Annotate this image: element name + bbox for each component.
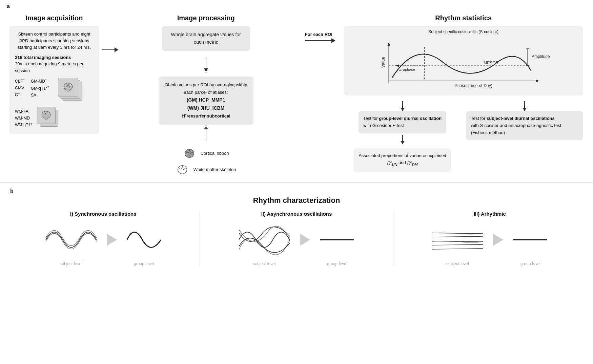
variance-r2-dm: R2DM	[407, 160, 417, 166]
metric-ct: CT	[15, 92, 25, 98]
cosinor-plot-area: Subject-specific cosinor fits (S-cosinor…	[344, 26, 583, 95]
metric-gmv: GMV	[15, 85, 25, 91]
roi-bold2: (WM) JHU_ICBM	[187, 105, 225, 111]
async-labels: subject-level group-level	[236, 261, 357, 266]
sync-title: I) Synchronous oscillations	[70, 211, 137, 217]
wm-metrics-row: WM-FA WM-MD WM-qT1*	[15, 107, 94, 129]
async-subject-label: subject-level	[236, 261, 293, 266]
async-arrow-spacer	[300, 261, 310, 266]
sync-diagram	[42, 223, 164, 257]
brain-card-1	[58, 78, 78, 97]
gm-metrics-col2: GM-MD† GM-qT1*† SA	[31, 78, 49, 102]
sync-group-svg	[124, 223, 164, 257]
divider-1	[200, 211, 200, 266]
proc-up-arrow	[204, 126, 208, 140]
wm-brain-stack	[37, 107, 61, 129]
variance-v-line	[402, 135, 403, 141]
sessions-detail: 30min each acquiring 9 metrics per sessi…	[15, 61, 94, 74]
cortical-section: Cortical ribbon White matter skeleton	[176, 147, 236, 176]
metric-sa: SA	[31, 92, 49, 98]
arrhythmic-group-svg	[510, 223, 551, 257]
group-down-arrow	[401, 101, 405, 111]
group-box-line2: with G-cosinor F-test	[363, 123, 404, 128]
v-arrow-line1	[206, 58, 206, 68]
subject-box-line2: with S-cosinor and an acrophase-agnostic…	[471, 123, 561, 135]
async-group-svg	[317, 223, 357, 257]
wm-metrics-col: WM-FA WM-MD WM-qT1*	[15, 108, 32, 128]
metrics-underline: 9 metrics	[58, 61, 76, 66]
subject-rhythm-box: Test for subject-level diurnal oscillati…	[466, 111, 583, 140]
x-axis-label: Phase (Time-of-Day)	[455, 83, 492, 88]
for-roi-arrowhead	[331, 38, 335, 43]
svg-line-9	[432, 249, 483, 249]
proc-down-arrow1	[204, 58, 208, 72]
variance-box: Associated proportions of variance expla…	[354, 148, 451, 172]
arrhythmic-group-label: group-level	[510, 261, 551, 266]
acq-to-proc-arrow-container	[102, 12, 115, 50]
y-axis-arrow	[388, 42, 390, 46]
rhythm-sections: I) Synchronous oscillations subje	[10, 211, 583, 266]
subject-box-line1: Test for	[471, 116, 486, 121]
sync-subject-svg	[42, 223, 100, 257]
wm-brain-card-1	[37, 107, 56, 124]
for-each-roi-text: For each ROI	[305, 32, 332, 37]
amplitude-label: Amplitude	[532, 54, 550, 59]
metric-gmmd: GM-MD†	[31, 78, 49, 84]
arrhythmic-arrow	[493, 234, 503, 246]
mesor-label: MESOR	[484, 61, 499, 65]
wm-skeleton-label: White matter skeleton	[193, 167, 236, 172]
group-level-col: Test for group-level diurnal oscillation…	[344, 101, 461, 172]
col-acquisition: Image acquisition Sixteen control partic…	[7, 12, 102, 136]
subject-down-arrow	[523, 101, 527, 111]
subject-v-line	[524, 101, 525, 108]
svg-line-8	[432, 244, 483, 245]
rhythm-split: Test for group-level diurnal oscillation…	[344, 101, 583, 172]
sessions-bold: 216 total imaging sessions	[15, 54, 94, 61]
variance-v-head	[401, 141, 405, 144]
acrophase-arrowhead	[396, 64, 399, 67]
group-box-line1: Test for	[363, 116, 378, 121]
panel-b-header: Rhythm characterization	[10, 196, 583, 205]
async-group-label: group-level	[317, 261, 357, 266]
gm-brain-stack	[58, 78, 82, 102]
sync-group-label: group-level	[124, 261, 164, 266]
cortical-brain-icon	[183, 147, 196, 160]
for-roi-line	[305, 40, 332, 41]
processing-center: Whole brain aggregate values for each me…	[121, 26, 291, 176]
up-arrow-head	[204, 126, 208, 129]
gm-metrics-row: CBF† GMV CT GM-MD† GM-qT1*† SA	[15, 78, 94, 102]
variance-and: and	[398, 160, 406, 166]
variance-r2-un: R2UN	[387, 160, 397, 166]
metric-wmmd: WM-MD	[15, 115, 32, 121]
sync-subject-label: subject-level	[42, 261, 100, 266]
divider-2	[393, 211, 393, 266]
acquisition-box: Sixteen control participants and eight B…	[9, 26, 99, 134]
acq-to-proc-arrowhead	[115, 47, 119, 52]
sync-arrow-spacer	[107, 261, 117, 266]
wm-brain-icon	[176, 163, 189, 176]
async-subject-svg	[236, 223, 293, 257]
panel-b: b Rhythm characterization I) Synchronous…	[0, 183, 593, 273]
arrhythmic-section: III) Arhythmic	[397, 211, 583, 266]
for-each-roi-col: For each ROI	[296, 12, 341, 41]
whole-brain-text: Whole brain aggregate values for each me…	[171, 32, 241, 45]
roi-text-line1: Obtain values per ROI by averaging withi…	[165, 82, 247, 95]
whole-brain-box: Whole brain aggregate values for each me…	[162, 26, 250, 51]
wm-skeleton-row: White matter skeleton	[176, 163, 236, 176]
y-axis-label: Value	[381, 57, 386, 68]
acq-to-proc-arrow	[102, 49, 115, 50]
acrophase-label: Acrophase	[397, 67, 415, 71]
for-roi-arrow: For each ROI	[305, 32, 332, 41]
up-arrow-line	[206, 129, 206, 140]
svg-line-6	[432, 236, 483, 237]
x-axis-arrow	[536, 80, 539, 82]
arrhythmic-labels: subject-level group-level	[429, 261, 551, 266]
arrhythmic-title: III) Arhythmic	[474, 211, 506, 217]
variance-line1: Associated proportions of variance expla…	[359, 153, 446, 158]
cortical-ribbon-row: Cortical ribbon	[183, 147, 229, 160]
cosinor-label: Subject-specific cosinor fits (S-cosinor…	[349, 29, 578, 34]
panel-b-label: b	[10, 188, 583, 194]
group-box-bold: group-level diurnal oscillation	[379, 116, 442, 121]
roi-box: Obtain values per ROI by averaging withi…	[159, 77, 253, 125]
async-section: II) Asynchronous oscillations	[203, 211, 389, 266]
